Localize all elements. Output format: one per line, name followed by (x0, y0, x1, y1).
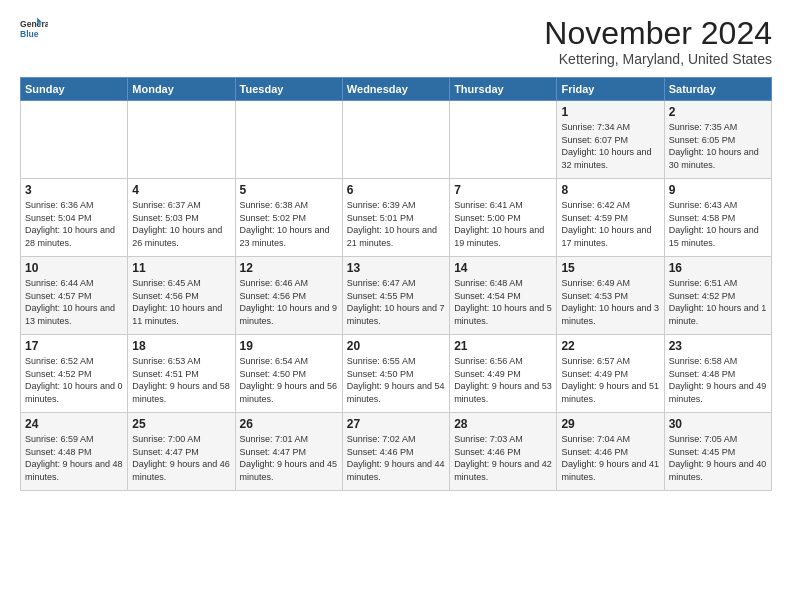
day-number: 18 (132, 339, 230, 353)
day-details: Sunrise: 7:01 AM Sunset: 4:47 PM Dayligh… (240, 433, 338, 483)
calendar-cell: 30Sunrise: 7:05 AM Sunset: 4:45 PM Dayli… (664, 413, 771, 491)
day-number: 22 (561, 339, 659, 353)
calendar-cell: 15Sunrise: 6:49 AM Sunset: 4:53 PM Dayli… (557, 257, 664, 335)
day-number: 14 (454, 261, 552, 275)
day-details: Sunrise: 7:05 AM Sunset: 4:45 PM Dayligh… (669, 433, 767, 483)
day-number: 28 (454, 417, 552, 431)
header-friday: Friday (557, 78, 664, 101)
calendar-cell: 12Sunrise: 6:46 AM Sunset: 4:56 PM Dayli… (235, 257, 342, 335)
header-row: Sunday Monday Tuesday Wednesday Thursday… (21, 78, 772, 101)
calendar-week-5: 24Sunrise: 6:59 AM Sunset: 4:48 PM Dayli… (21, 413, 772, 491)
day-number: 23 (669, 339, 767, 353)
calendar-cell: 26Sunrise: 7:01 AM Sunset: 4:47 PM Dayli… (235, 413, 342, 491)
header-thursday: Thursday (450, 78, 557, 101)
day-number: 10 (25, 261, 123, 275)
calendar-cell: 8Sunrise: 6:42 AM Sunset: 4:59 PM Daylig… (557, 179, 664, 257)
calendar-cell: 16Sunrise: 6:51 AM Sunset: 4:52 PM Dayli… (664, 257, 771, 335)
calendar-cell: 3Sunrise: 6:36 AM Sunset: 5:04 PM Daylig… (21, 179, 128, 257)
day-details: Sunrise: 6:53 AM Sunset: 4:51 PM Dayligh… (132, 355, 230, 405)
day-details: Sunrise: 6:59 AM Sunset: 4:48 PM Dayligh… (25, 433, 123, 483)
day-details: Sunrise: 6:52 AM Sunset: 4:52 PM Dayligh… (25, 355, 123, 405)
day-number: 21 (454, 339, 552, 353)
header-sunday: Sunday (21, 78, 128, 101)
calendar-cell (235, 101, 342, 179)
day-number: 27 (347, 417, 445, 431)
day-number: 24 (25, 417, 123, 431)
calendar-cell: 5Sunrise: 6:38 AM Sunset: 5:02 PM Daylig… (235, 179, 342, 257)
calendar-cell: 14Sunrise: 6:48 AM Sunset: 4:54 PM Dayli… (450, 257, 557, 335)
day-details: Sunrise: 6:45 AM Sunset: 4:56 PM Dayligh… (132, 277, 230, 327)
location: Kettering, Maryland, United States (544, 51, 772, 67)
calendar-cell: 7Sunrise: 6:41 AM Sunset: 5:00 PM Daylig… (450, 179, 557, 257)
page: GeneralBlue November 2024 Kettering, Mar… (0, 0, 792, 501)
calendar-cell (128, 101, 235, 179)
title-block: November 2024 Kettering, Maryland, Unite… (544, 16, 772, 67)
day-number: 8 (561, 183, 659, 197)
calendar-table: Sunday Monday Tuesday Wednesday Thursday… (20, 77, 772, 491)
calendar-cell: 2Sunrise: 7:35 AM Sunset: 6:05 PM Daylig… (664, 101, 771, 179)
logo: GeneralBlue (20, 16, 48, 44)
header: GeneralBlue November 2024 Kettering, Mar… (20, 16, 772, 67)
day-details: Sunrise: 6:49 AM Sunset: 4:53 PM Dayligh… (561, 277, 659, 327)
day-number: 13 (347, 261, 445, 275)
calendar-cell: 28Sunrise: 7:03 AM Sunset: 4:46 PM Dayli… (450, 413, 557, 491)
calendar-week-3: 10Sunrise: 6:44 AM Sunset: 4:57 PM Dayli… (21, 257, 772, 335)
calendar-cell (450, 101, 557, 179)
day-details: Sunrise: 6:46 AM Sunset: 4:56 PM Dayligh… (240, 277, 338, 327)
calendar-cell: 25Sunrise: 7:00 AM Sunset: 4:47 PM Dayli… (128, 413, 235, 491)
day-number: 1 (561, 105, 659, 119)
day-details: Sunrise: 6:44 AM Sunset: 4:57 PM Dayligh… (25, 277, 123, 327)
header-tuesday: Tuesday (235, 78, 342, 101)
day-number: 16 (669, 261, 767, 275)
day-number: 25 (132, 417, 230, 431)
day-details: Sunrise: 6:39 AM Sunset: 5:01 PM Dayligh… (347, 199, 445, 249)
calendar-cell: 6Sunrise: 6:39 AM Sunset: 5:01 PM Daylig… (342, 179, 449, 257)
calendar-cell (342, 101, 449, 179)
day-details: Sunrise: 7:34 AM Sunset: 6:07 PM Dayligh… (561, 121, 659, 171)
day-details: Sunrise: 7:00 AM Sunset: 4:47 PM Dayligh… (132, 433, 230, 483)
calendar-week-1: 1Sunrise: 7:34 AM Sunset: 6:07 PM Daylig… (21, 101, 772, 179)
month-title: November 2024 (544, 16, 772, 51)
day-number: 6 (347, 183, 445, 197)
calendar-cell: 18Sunrise: 6:53 AM Sunset: 4:51 PM Dayli… (128, 335, 235, 413)
calendar-cell: 10Sunrise: 6:44 AM Sunset: 4:57 PM Dayli… (21, 257, 128, 335)
day-number: 11 (132, 261, 230, 275)
day-number: 30 (669, 417, 767, 431)
calendar-cell: 19Sunrise: 6:54 AM Sunset: 4:50 PM Dayli… (235, 335, 342, 413)
calendar-cell: 29Sunrise: 7:04 AM Sunset: 4:46 PM Dayli… (557, 413, 664, 491)
calendar-cell: 17Sunrise: 6:52 AM Sunset: 4:52 PM Dayli… (21, 335, 128, 413)
svg-text:Blue: Blue (20, 29, 39, 39)
header-wednesday: Wednesday (342, 78, 449, 101)
calendar-cell: 11Sunrise: 6:45 AM Sunset: 4:56 PM Dayli… (128, 257, 235, 335)
calendar-cell: 20Sunrise: 6:55 AM Sunset: 4:50 PM Dayli… (342, 335, 449, 413)
calendar-week-2: 3Sunrise: 6:36 AM Sunset: 5:04 PM Daylig… (21, 179, 772, 257)
day-details: Sunrise: 6:48 AM Sunset: 4:54 PM Dayligh… (454, 277, 552, 327)
day-details: Sunrise: 6:36 AM Sunset: 5:04 PM Dayligh… (25, 199, 123, 249)
header-saturday: Saturday (664, 78, 771, 101)
calendar-cell: 23Sunrise: 6:58 AM Sunset: 4:48 PM Dayli… (664, 335, 771, 413)
day-number: 3 (25, 183, 123, 197)
day-details: Sunrise: 6:56 AM Sunset: 4:49 PM Dayligh… (454, 355, 552, 405)
day-number: 12 (240, 261, 338, 275)
day-details: Sunrise: 7:02 AM Sunset: 4:46 PM Dayligh… (347, 433, 445, 483)
calendar-cell: 9Sunrise: 6:43 AM Sunset: 4:58 PM Daylig… (664, 179, 771, 257)
day-number: 9 (669, 183, 767, 197)
day-details: Sunrise: 6:54 AM Sunset: 4:50 PM Dayligh… (240, 355, 338, 405)
day-number: 26 (240, 417, 338, 431)
calendar-cell: 22Sunrise: 6:57 AM Sunset: 4:49 PM Dayli… (557, 335, 664, 413)
calendar-cell: 1Sunrise: 7:34 AM Sunset: 6:07 PM Daylig… (557, 101, 664, 179)
day-details: Sunrise: 6:51 AM Sunset: 4:52 PM Dayligh… (669, 277, 767, 327)
calendar-cell: 4Sunrise: 6:37 AM Sunset: 5:03 PM Daylig… (128, 179, 235, 257)
calendar-cell (21, 101, 128, 179)
logo-icon: GeneralBlue (20, 16, 48, 44)
day-number: 2 (669, 105, 767, 119)
day-number: 20 (347, 339, 445, 353)
day-details: Sunrise: 7:04 AM Sunset: 4:46 PM Dayligh… (561, 433, 659, 483)
day-details: Sunrise: 7:35 AM Sunset: 6:05 PM Dayligh… (669, 121, 767, 171)
day-number: 5 (240, 183, 338, 197)
calendar-week-4: 17Sunrise: 6:52 AM Sunset: 4:52 PM Dayli… (21, 335, 772, 413)
day-number: 15 (561, 261, 659, 275)
calendar-body: 1Sunrise: 7:34 AM Sunset: 6:07 PM Daylig… (21, 101, 772, 491)
day-number: 19 (240, 339, 338, 353)
day-details: Sunrise: 6:47 AM Sunset: 4:55 PM Dayligh… (347, 277, 445, 327)
